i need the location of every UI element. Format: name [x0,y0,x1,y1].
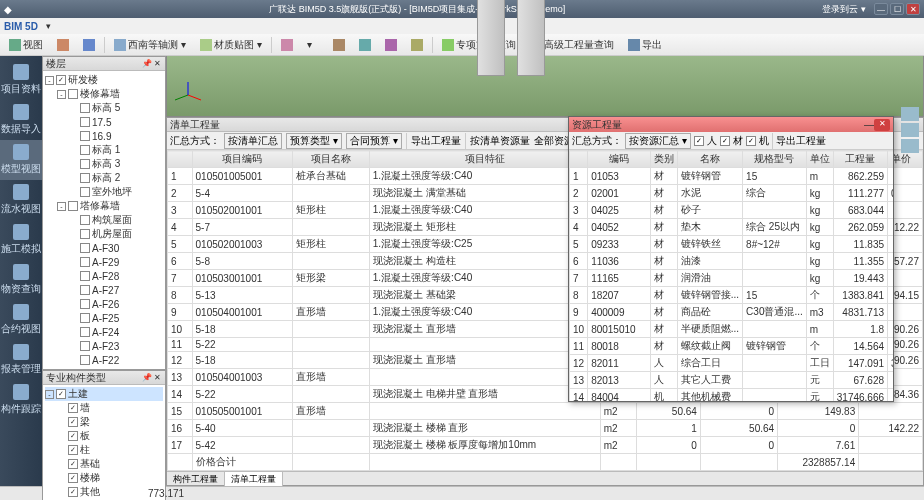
tree-item[interactable]: 标高 5 [45,101,163,115]
floor-tree[interactable]: -研发楼-楼修幕墙标高 517.516.9标高 1标高 3标高 2室外地坪-塔修… [43,71,165,369]
panel-close-icon[interactable]: ✕ [152,59,162,69]
nav-item[interactable]: 构件跟踪 [0,380,42,420]
bottom-tab[interactable]: 构件工程量 [167,472,225,486]
column-header[interactable] [168,151,193,168]
match-res-button[interactable]: 按清单资源量 [470,134,530,148]
tree-item[interactable]: 基础 [45,457,163,471]
filter-person-checkbox[interactable] [694,136,704,146]
tree-item[interactable]: -塔修幕墙 [45,199,163,213]
column-header[interactable]: 项目编码 [192,151,292,168]
axis-select[interactable]: 西南等轴测 ▾ [109,36,191,54]
table-row[interactable]: 304025材砂子kg683.0440.0427.32 [570,202,894,219]
table-row[interactable]: 9400009材商品砼C30普通混...m34831.7134101981002… [570,304,894,321]
tree-item[interactable]: 17.5 [45,115,163,129]
float-min-icon[interactable]: — [864,119,874,130]
column-header[interactable]: 类别 [650,151,677,168]
float-export-button[interactable]: 导出工程量 [776,134,826,148]
table-row[interactable]: 1484004机其他机械费元31746.666131746.65 [570,389,894,402]
tool-button-2[interactable] [78,36,100,54]
column-header[interactable]: 工程量 [833,151,887,168]
column-header[interactable]: 编码 [588,151,651,168]
minimize-button[interactable]: — [874,3,888,15]
tool-button-5[interactable] [328,36,350,54]
export-qty-button[interactable]: 导出工程量 [411,134,461,148]
filter-material-checkbox[interactable] [720,136,730,146]
float-close-icon[interactable]: ✕ [874,119,890,131]
panel-close-icon[interactable]: ✕ [152,373,162,383]
spec-tree[interactable]: -土建墙梁板柱基础楼梯其他-钢筋墙门窗洞梁板柱基础其他-给排水管道(水)阀门法兰… [43,385,165,500]
tool-button-7[interactable] [380,36,402,54]
table-row[interactable]: 509233材镀锌铁丝8#~12#kg11.8353.8545.56 [570,236,894,253]
table-row[interactable]: 818207材镀锌钢管接...15个1383.8410.52719.6 [570,287,894,304]
tree-item[interactable]: A-F25 [45,311,163,325]
tree-item[interactable]: 梁 [45,415,163,429]
tree-item[interactable]: 板 [45,429,163,443]
tool-button-8[interactable] [406,36,428,54]
tree-item[interactable]: 机房屋面 [45,227,163,241]
table-row[interactable]: 1282011人综合工日工日147.09132.534784.88 [570,355,894,372]
summary-mode-select[interactable]: 按清单汇总 [224,133,282,149]
tool-button-3[interactable] [276,36,298,54]
tree-item[interactable]: A-F28 [45,269,163,283]
table-row[interactable]: 价格合计2328857.14 [168,454,923,471]
tree-item[interactable]: 构筑屋面 [45,213,163,227]
column-header[interactable]: 规格型号 [743,151,807,168]
nav-item[interactable]: 合约视图 [0,300,42,340]
table-row[interactable]: 15010505001001直形墙m250.640149.83 [168,403,923,420]
nav-item[interactable]: 报表管理 [0,340,42,380]
export-button[interactable]: 导出 [623,36,667,54]
table-row[interactable]: 1382013人其它人工费元67.628167.63 [570,372,894,389]
tree-item[interactable]: A-F27 [45,283,163,297]
contract-budget-button[interactable]: 合同预算 ▾ [346,133,402,149]
pin-icon[interactable]: 📌 [142,373,152,383]
table-row[interactable]: 611036材油漆kg11.3557.5986.18 [570,253,894,270]
column-header[interactable]: 项目特征 [369,151,600,168]
tree-item[interactable]: 标高 1 [45,143,163,157]
view-cube[interactable] [901,107,919,167]
tool-button-4[interactable]: ▾ [302,36,324,54]
tree-item[interactable]: A-F30 [45,241,163,255]
nav-item[interactable]: 流水视图 [0,180,42,220]
budget-type-button[interactable]: 预算类型 ▾ [286,133,342,149]
table-row[interactable]: 175-42现浇混凝土 楼梯 板厚度每增加10mmm2007.61 [168,437,923,454]
column-header[interactable]: 名称 [677,151,742,168]
column-header[interactable]: 单位 [806,151,833,168]
table-row[interactable]: 1180018材螺纹截止阀镀锌钢管个14.5644806990.72 [570,338,894,355]
tree-item[interactable]: A-F26 [45,297,163,311]
bottom-tab[interactable]: 清单工程量 [225,472,283,486]
column-header[interactable]: 项目名称 [292,151,369,168]
menu-dropdown[interactable]: ▾ [46,21,51,31]
tree-item[interactable]: A-F23 [45,339,163,353]
tool-button-6[interactable] [354,36,376,54]
close-button[interactable]: ✕ [906,3,920,15]
table-row[interactable]: 711165材润滑油kg19.4434.6790.8 [570,270,894,287]
resource-table[interactable]: 编码类别名称规格型号单位工程量单价合价(元)101053材镀锌钢管15m862.… [569,150,893,401]
tree-item[interactable]: 标高 2 [45,171,163,185]
tree-item[interactable]: 室外地坪 [45,185,163,199]
tree-item[interactable]: A-F24 [45,325,163,339]
table-row[interactable]: 101053材镀锌钢管15m862.2593.993440.41 [570,168,894,185]
table-row[interactable]: 404052材垫木综合 25以内kg262.0590.45117.93 [570,219,894,236]
tree-item[interactable]: 标高 3 [45,157,163,171]
table-row[interactable]: 165-40现浇混凝土 楼梯 直形m2150.640142.22 [168,420,923,437]
column-header[interactable] [570,151,588,168]
nav-item[interactable]: 项目资料 [0,60,42,100]
nav-item[interactable]: 施工模拟 [0,220,42,260]
table-row[interactable]: 202001材水泥综合kg111.2770.37741.91 [570,185,894,202]
nav-item[interactable]: 数据导入 [0,100,42,140]
tree-item[interactable]: 楼梯 [45,471,163,485]
tree-item[interactable]: 16.9 [45,129,163,143]
tree-item[interactable]: A-F29 [45,255,163,269]
pin-icon[interactable]: 📌 [142,59,152,69]
user-cloud-label[interactable]: 登录到云 ▾ [822,3,866,16]
view-button[interactable]: 视图 [4,36,48,54]
viewport-3d[interactable]: 视口📌☐✕ [166,56,924,117]
material-paste-button[interactable]: 材质贴图 ▾ [195,36,267,54]
table-row[interactable]: 1080015010材半硬质阻燃...m1.800 [570,321,894,338]
maximize-button[interactable]: ☐ [890,3,904,15]
tool-button-1[interactable] [52,36,74,54]
nav-item[interactable]: 物资查询 [0,260,42,300]
tree-item[interactable]: -研发楼 [45,73,163,87]
tree-item[interactable]: -楼修幕墙 [45,87,163,101]
tree-item[interactable]: A-F22 [45,353,163,367]
